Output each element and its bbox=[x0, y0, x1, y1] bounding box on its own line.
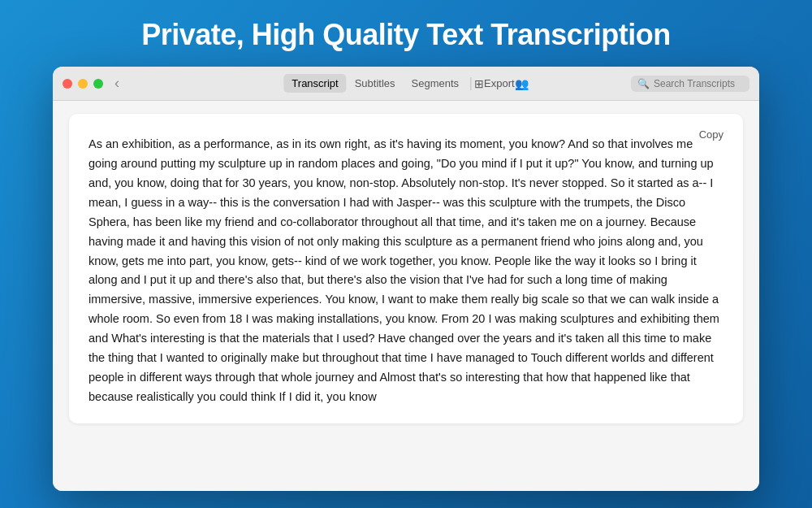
transcript-text: As an exhibition, as a performance, as i… bbox=[89, 135, 723, 407]
tab-transcript[interactable]: Transcript bbox=[283, 74, 346, 93]
search-icon: 🔍 bbox=[637, 78, 650, 89]
content-area: Copy As an exhibition, as a performance,… bbox=[53, 101, 759, 491]
tab-subtitles[interactable]: Subtitles bbox=[347, 74, 404, 93]
back-button[interactable]: ‹ bbox=[114, 75, 119, 92]
page-title: Private, High Quality Text Transcription bbox=[125, 0, 686, 67]
close-button[interactable] bbox=[63, 79, 72, 89]
traffic-lights bbox=[63, 79, 103, 89]
title-bar: ‹ Transcript Subtitles Segments ⊞ Export… bbox=[53, 67, 759, 101]
transcript-card: Copy As an exhibition, as a performance,… bbox=[69, 114, 743, 423]
tab-divider bbox=[470, 77, 471, 90]
tab-segments[interactable]: Segments bbox=[404, 74, 468, 93]
app-window: ‹ Transcript Subtitles Segments ⊞ Export… bbox=[53, 67, 759, 491]
search-bar[interactable]: 🔍 bbox=[631, 76, 749, 92]
people-icon[interactable]: 👥 bbox=[515, 77, 529, 90]
copy-button[interactable]: Copy bbox=[693, 125, 730, 144]
minimize-button[interactable] bbox=[78, 79, 88, 89]
export-button[interactable]: Export bbox=[484, 77, 515, 89]
search-input[interactable] bbox=[654, 78, 743, 89]
tab-bar: Transcript Subtitles Segments ⊞ Export 👥 bbox=[283, 74, 528, 93]
title-bar-right: 🔍 bbox=[631, 76, 749, 92]
maximize-button[interactable] bbox=[93, 79, 103, 89]
grid-icon[interactable]: ⊞ bbox=[474, 77, 484, 90]
